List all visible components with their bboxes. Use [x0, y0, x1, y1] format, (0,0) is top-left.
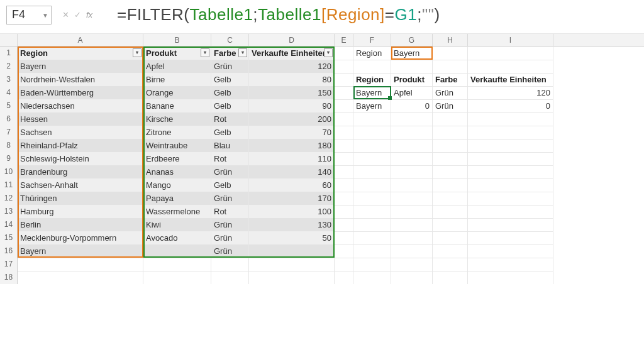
row-header[interactable]: 4	[0, 86, 18, 100]
row-header[interactable]: 18	[0, 271, 18, 284]
cell[interactable]	[335, 244, 353, 258]
cell[interactable]	[391, 271, 433, 284]
col-header-I[interactable]: I	[468, 34, 553, 47]
cell[interactable]: Nordrhein-Westfalen	[18, 73, 143, 87]
cell[interactable]: Bayern	[18, 60, 143, 74]
cell[interactable]: 100	[249, 205, 335, 219]
row-header[interactable]: 3	[0, 73, 18, 87]
cell[interactable]	[391, 152, 433, 166]
cell[interactable]: Papaya	[143, 192, 211, 206]
cell[interactable]	[468, 112, 553, 126]
cell[interactable]	[468, 60, 553, 74]
col-header-A[interactable]: A	[18, 34, 143, 47]
filter-dropdown-icon[interactable]: ▾	[133, 48, 142, 57]
fx-icon[interactable]: fx	[86, 10, 92, 19]
cell[interactable]	[391, 244, 433, 258]
cell[interactable]	[468, 165, 553, 179]
cell[interactable]: Mango	[143, 178, 211, 192]
cell[interactable]	[335, 178, 353, 192]
cell[interactable]: Region	[353, 73, 391, 87]
cell[interactable]: Hessen	[18, 112, 143, 126]
cell[interactable]: 180	[249, 139, 335, 153]
cell[interactable]: Rot	[211, 205, 249, 219]
filter-dropdown-icon[interactable]: ▾	[201, 48, 209, 57]
cell[interactable]: Baden-Württemberg	[18, 86, 143, 100]
cell[interactable]: Grün	[211, 60, 249, 74]
cell[interactable]: Zitrone	[143, 126, 211, 140]
cell[interactable]	[468, 205, 553, 219]
cell[interactable]: 120	[249, 60, 335, 74]
cell[interactable]	[353, 205, 391, 219]
cell[interactable]	[353, 152, 391, 166]
cell[interactable]	[335, 47, 353, 60]
cell[interactable]: Grün	[211, 244, 249, 258]
cell[interactable]	[18, 271, 143, 284]
cell[interactable]	[391, 139, 433, 153]
cell[interactable]	[353, 60, 391, 74]
cell[interactable]	[391, 231, 433, 245]
cell[interactable]	[391, 60, 433, 74]
cell[interactable]: Apfel	[143, 60, 211, 74]
cell[interactable]: 80	[249, 73, 335, 87]
cell[interactable]	[335, 218, 353, 232]
cell[interactable]: 60	[249, 178, 335, 192]
cell[interactable]	[353, 165, 391, 179]
cell[interactable]: 170	[249, 192, 335, 206]
cell[interactable]	[335, 139, 353, 153]
cell[interactable]: Schleswig-Holstein	[18, 152, 143, 166]
cell[interactable]	[468, 244, 553, 258]
cell[interactable]: 50	[249, 231, 335, 245]
row-header[interactable]: 16	[0, 244, 18, 258]
cell[interactable]: Grün	[211, 231, 249, 245]
row-header[interactable]: 11	[0, 178, 18, 192]
cell[interactable]	[468, 139, 553, 153]
cell[interactable]	[211, 271, 249, 284]
col-header-D[interactable]: D	[249, 34, 335, 47]
cell[interactable]	[468, 47, 553, 60]
cell[interactable]: Sachsen-Anhalt	[18, 178, 143, 192]
cell[interactable]	[391, 192, 433, 206]
cell[interactable]	[433, 231, 468, 245]
sheet-grid[interactable]: A B C D E F G H I 1Region▾Produkt▾Farbe▾…	[0, 34, 644, 284]
cell[interactable]: Grün	[211, 165, 249, 179]
cell[interactable]	[335, 152, 353, 166]
cell[interactable]: Verkaufte Einheiten▾	[249, 47, 335, 60]
accept-icon[interactable]: ✓	[74, 10, 81, 19]
cell[interactable]: Ananas	[143, 165, 211, 179]
cell[interactable]: Grün	[433, 86, 468, 100]
cell[interactable]: Gelb	[211, 99, 249, 113]
row-header[interactable]: 6	[0, 112, 18, 126]
cell[interactable]	[391, 165, 433, 179]
cell[interactable]: Rot	[211, 112, 249, 126]
cell[interactable]: 200	[249, 112, 335, 126]
cell[interactable]	[143, 271, 211, 284]
cell[interactable]: Rot	[211, 152, 249, 166]
cell[interactable]: Produkt	[391, 73, 433, 87]
row-header[interactable]: 13	[0, 205, 18, 219]
cell[interactable]: 140	[249, 165, 335, 179]
cell[interactable]: Region▾	[18, 47, 143, 60]
cell[interactable]	[433, 139, 468, 153]
cell[interactable]	[391, 126, 433, 140]
cell[interactable]: 90	[249, 99, 335, 113]
cell[interactable]: Gelb	[211, 126, 249, 140]
cell[interactable]	[353, 126, 391, 140]
cell[interactable]: Grün	[211, 218, 249, 232]
cell[interactable]	[433, 126, 468, 140]
cell[interactable]	[391, 205, 433, 219]
cell[interactable]	[433, 60, 468, 74]
cell[interactable]	[468, 258, 553, 272]
cell[interactable]	[335, 112, 353, 126]
cell[interactable]	[335, 126, 353, 140]
cell[interactable]	[433, 205, 468, 219]
row-header[interactable]: 10	[0, 165, 18, 179]
cell[interactable]	[143, 258, 211, 272]
cell[interactable]: Verkaufte Einheiten	[468, 73, 553, 87]
cell[interactable]	[18, 258, 143, 272]
cell[interactable]: Farbe▾	[211, 47, 249, 60]
cell[interactable]	[433, 152, 468, 166]
cell[interactable]	[249, 258, 335, 272]
cell[interactable]: Kiwi	[143, 218, 211, 232]
cell[interactable]	[433, 271, 468, 284]
cell[interactable]: Niedersachsen	[18, 99, 143, 113]
